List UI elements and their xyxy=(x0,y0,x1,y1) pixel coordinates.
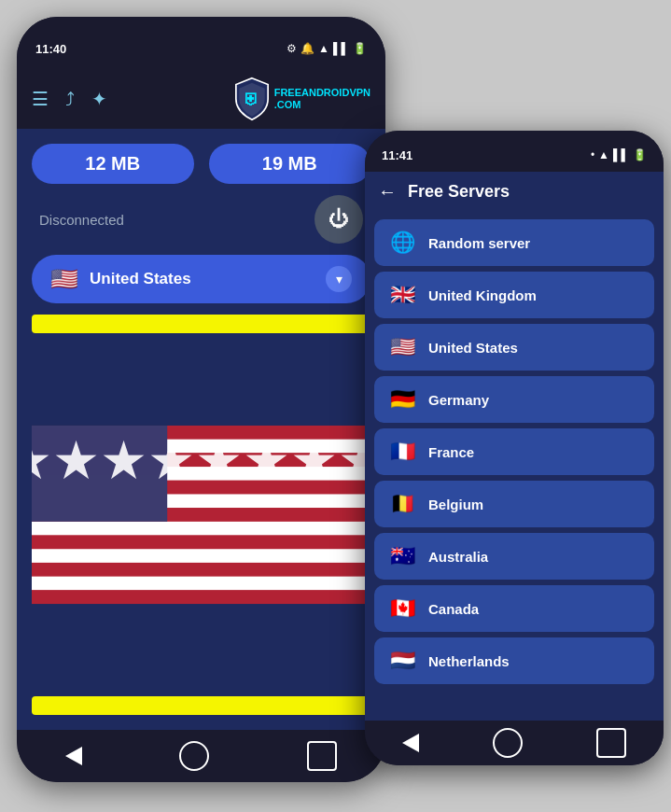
us-flag-image: ★★★★★★★★★★★★★★★★★★★★★★★★★★★★★★★★★★★★★★★★… xyxy=(32,344,370,685)
menu-icon[interactable]: ☰ xyxy=(32,88,49,110)
server-item[interactable]: 🇩🇪Germany xyxy=(374,376,654,423)
server-flag-icon: 🇬🇧 xyxy=(387,283,417,307)
server-name-label: Netherlands xyxy=(428,653,510,669)
phone2-back-button[interactable] xyxy=(402,734,419,752)
country-flag: 🇺🇸 xyxy=(50,266,78,292)
wifi-icon: ▲ xyxy=(318,42,329,55)
svg-text:★★★★★★★★★★★★★★★★★★★★★★★★★★★★★★: ★★★★★★★★★★★★★★★★★★★★★★★★★★★★★★★★★★★★★★★★… xyxy=(32,430,370,490)
disconnect-label: Disconnected xyxy=(39,212,124,228)
phone2-header: ← Free Servers xyxy=(365,172,664,212)
server-item[interactable]: 🇬🇧United Kingdom xyxy=(374,272,654,318)
server-item[interactable]: 🇳🇱Netherlands xyxy=(374,637,654,684)
server-name-label: France xyxy=(428,444,474,460)
server-name-label: Canada xyxy=(428,601,479,617)
svg-rect-13 xyxy=(32,590,370,604)
server-name-label: Germany xyxy=(428,392,489,408)
phone2-signal-icon: ▌▌ xyxy=(613,148,629,161)
svg-rect-8 xyxy=(32,522,370,536)
phone2: 11:41 • ▲ ▌▌ 🔋 ← Free Servers 🌐Random se… xyxy=(365,131,664,765)
server-item[interactable]: 🇺🇸United States xyxy=(374,324,654,371)
server-item[interactable]: 🇫🇷France xyxy=(374,428,654,475)
phone2-home-button[interactable] xyxy=(493,728,523,758)
phone2-bottom-nav xyxy=(365,721,664,765)
yellow-bar-bottom xyxy=(32,696,370,715)
power-button[interactable]: ⏻ xyxy=(315,195,363,244)
logo-main: FREEANDROIDVPN xyxy=(274,87,370,98)
data-right: 19 MB xyxy=(209,144,371,184)
logo-text: FREEANDROIDVPN .COM xyxy=(274,87,370,111)
logo-area: ⛨ FREEANDROIDVPN .COM xyxy=(230,77,370,121)
star-icon[interactable]: ✦ xyxy=(91,88,107,110)
back-arrow-icon[interactable]: ← xyxy=(378,181,397,203)
phone2-wifi-icon: ▲ xyxy=(598,148,609,161)
home-button[interactable] xyxy=(179,741,209,771)
server-flag-icon: 🇨🇦 xyxy=(387,596,417,621)
server-flag-icon: 🇦🇺 xyxy=(387,544,417,568)
server-flag-icon: 🇺🇸 xyxy=(387,335,417,359)
phone2-time: 11:41 xyxy=(382,148,412,162)
country-name: United States xyxy=(90,270,315,288)
server-list-title: Free Servers xyxy=(408,182,510,202)
phone1-status-icons: ⚙ 🔔 ▲ ▌▌ 🔋 xyxy=(287,42,367,55)
svg-rect-11 xyxy=(32,563,370,577)
settings-icon: ⚙ xyxy=(287,42,297,55)
phone1-bottom-nav xyxy=(17,730,385,782)
battery-icon: 🔋 xyxy=(353,42,367,55)
phone2-dot-icon: • xyxy=(591,148,594,161)
server-name-label: Australia xyxy=(428,549,488,565)
yellow-bar-top xyxy=(32,315,370,333)
server-flag-icon: 🌐 xyxy=(387,231,417,255)
country-selector[interactable]: 🇺🇸 United States ▾ xyxy=(32,255,370,303)
phone1: 11:40 ⚙ 🔔 ▲ ▌▌ 🔋 ☰ ⤴ ✦ ⛨ FREEANDROIDVPN … xyxy=(17,17,385,782)
phone2-status-icons: • ▲ ▌▌ 🔋 xyxy=(591,148,647,161)
phone2-recents-button[interactable] xyxy=(596,728,626,758)
disconnect-row: Disconnected ⏻ xyxy=(32,195,370,244)
phone1-top-nav: ☰ ⤴ ✦ ⛨ FREEANDROIDVPN .COM xyxy=(17,69,385,129)
server-item[interactable]: 🌐Random server xyxy=(374,219,654,266)
server-name-label: Random server xyxy=(428,235,530,251)
power-icon: ⏻ xyxy=(329,207,349,231)
server-flag-icon: 🇩🇪 xyxy=(387,387,417,412)
server-item[interactable]: 🇦🇺Australia xyxy=(374,533,654,580)
phone2-battery-icon: 🔋 xyxy=(633,148,647,161)
us-flag-svg: ★★★★★★★★★★★★★★★★★★★★★★★★★★★★★★★★★★★★★★★★… xyxy=(32,344,370,685)
svg-rect-9 xyxy=(32,536,370,550)
logo-sub: .COM xyxy=(274,99,301,110)
signal-icon: ▌▌ xyxy=(333,42,349,55)
data-left: 12 MB xyxy=(32,144,194,184)
phone2-status-bar: 11:41 • ▲ ▌▌ 🔋 xyxy=(365,131,664,172)
server-flag-icon: 🇧🇪 xyxy=(387,492,417,516)
recents-button[interactable] xyxy=(307,741,337,771)
svg-text:⛨: ⛨ xyxy=(244,90,259,108)
phone1-status-bar: 11:40 ⚙ 🔔 ▲ ▌▌ 🔋 xyxy=(17,17,385,69)
server-name-label: United Kingdom xyxy=(428,287,537,303)
svg-rect-10 xyxy=(32,549,370,563)
server-item[interactable]: 🇧🇪Belgium xyxy=(374,481,654,527)
back-button[interactable] xyxy=(65,747,82,765)
logo-shield-icon: ⛨ xyxy=(230,77,274,121)
notification-icon: 🔔 xyxy=(301,42,315,55)
server-item[interactable]: 🇨🇦Canada xyxy=(374,585,654,632)
server-name-label: United States xyxy=(428,340,518,356)
server-list: 🌐Random server🇬🇧United Kingdom🇺🇸United S… xyxy=(365,212,664,721)
share-icon[interactable]: ⤴ xyxy=(65,89,75,110)
phone1-time: 11:40 xyxy=(35,42,66,56)
svg-rect-12 xyxy=(32,577,370,591)
server-flag-icon: 🇳🇱 xyxy=(387,649,417,673)
data-row: 12 MB 19 MB xyxy=(32,144,370,184)
phone1-main-content: 12 MB 19 MB Disconnected ⏻ 🇺🇸 United Sta… xyxy=(17,129,385,730)
server-flag-icon: 🇫🇷 xyxy=(387,440,417,464)
chevron-down-icon: ▾ xyxy=(326,266,352,292)
server-name-label: Belgium xyxy=(428,497,483,512)
